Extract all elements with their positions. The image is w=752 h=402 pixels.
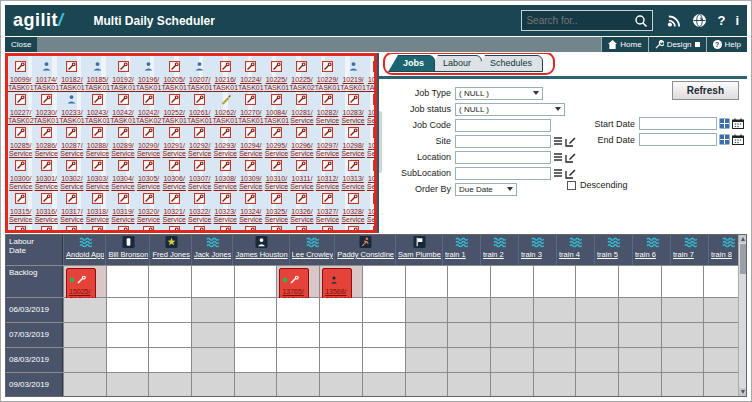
schedule-cell[interactable] [362,323,405,347]
task-item[interactable]: 10283/Service [340,90,366,123]
schedule-cell[interactable] [63,373,106,397]
schedule-cell[interactable] [234,298,277,322]
task-code-link[interactable]: 10205/ [163,76,184,84]
schedule-cell[interactable] [148,323,191,347]
task-item[interactable]: 10287/Service [59,123,85,156]
task-item[interactable]: 10317/Service [59,189,85,222]
task-item[interactable]: 10295/Service [264,123,290,156]
location-input[interactable] [455,151,551,164]
resource-name-link[interactable]: Jack Jones [194,250,232,259]
task-item[interactable]: 10227/TASK02 [8,90,34,123]
task-code-link[interactable]: 10315/ [10,208,31,216]
task-item[interactable]: 10285/Service [8,123,34,156]
task-item[interactable]: 10284/Service [366,90,377,123]
task-code-link[interactable]: 10298/ [342,142,363,150]
task-code-link[interactable]: 10289/ [112,142,133,150]
resource-name-link[interactable]: Sam Plumbe [398,250,441,259]
search-input[interactable] [526,15,634,26]
sublocation-input[interactable] [455,167,551,180]
sublocation-edit-icon[interactable] [565,168,576,179]
task-item[interactable]: 10182/TASK01 [59,57,85,90]
task-code-link[interactable]: 10325/ [266,208,287,216]
task-item[interactable]: 10207/TASK01 [187,57,213,90]
task-code-link[interactable]: 10324/ [240,208,261,216]
schedule-cell[interactable] [276,298,319,322]
end-date-input[interactable] [639,133,717,146]
info-icon[interactable]: i [735,13,739,28]
schedule-cell[interactable] [234,323,277,347]
schedule-cell[interactable] [319,298,362,322]
task-code-link[interactable]: 10262/ [215,109,236,117]
task-code-link[interactable]: 10291/ [163,142,184,150]
task-code-link[interactable]: 10320/ [138,208,159,216]
close-button[interactable]: Close [5,37,37,52]
task-item[interactable]: 10329/Service [366,189,377,222]
task-item[interactable]: 10290/Service [136,123,162,156]
schedule-cell[interactable] [106,373,149,397]
task-item[interactable]: 10303/Service [85,156,111,189]
task-item[interactable]: 10301/Service [34,156,60,189]
scroll-down-arrow[interactable] [739,388,747,396]
task-item[interactable]: 10282/Service [315,90,341,123]
task-item[interactable]: 10314/Service [366,156,377,189]
schedule-cell[interactable] [319,373,362,397]
resource-name-link[interactable]: Andoid App [66,250,104,259]
schedule-cell[interactable] [362,373,405,397]
schedule-cell[interactable] [362,348,405,372]
task-item[interactable]: 10300/Service [8,156,34,189]
task-item[interactable]: 10099/TASK01 [8,57,34,90]
start-date-calendar-icon[interactable] [732,118,744,129]
schedule-cell[interactable] [63,323,106,347]
task-item[interactable]: 10288/Service [85,123,111,156]
task-code-link[interactable]: 10182/ [61,76,82,84]
resource-name-link[interactable]: train 6 [635,250,656,259]
backlog-cell[interactable] [618,266,661,297]
task-code-link[interactable]: 10297/ [317,142,338,150]
task-code-link[interactable]: 10252/ [163,109,184,117]
chip-code-link[interactable]: 13765/ [282,288,307,296]
schedule-cell[interactable] [575,323,618,347]
schedule-cell[interactable] [191,323,234,347]
resource-name-link[interactable]: train 7 [673,250,694,259]
task-item[interactable]: 10289/Service [110,123,136,156]
task-code-link[interactable]: 10196/ [138,76,159,84]
schedule-cell[interactable] [618,348,661,372]
schedule-cell[interactable] [447,323,490,347]
task-item[interactable]: 10311/Service [289,156,315,189]
task-item[interactable]: 10242/TASK02 [136,90,162,123]
task-item[interactable]: 10227/TASK01 [366,57,377,90]
task-item[interactable]: 10316/Service [34,189,60,222]
task-item[interactable]: 10319/Service [110,189,136,222]
task-code-link[interactable]: 10286/ [36,142,57,150]
chip-code-link[interactable]: 13568/ [325,288,350,296]
job-status-select[interactable]: ( NULL ) [455,103,565,116]
schedule-cell[interactable] [405,298,448,322]
schedule-cell[interactable] [63,348,106,372]
task-item[interactable]: 10325/Service [264,189,290,222]
schedule-cell[interactable] [661,298,704,322]
task-item[interactable]: 10084/TASK01 [264,90,290,123]
task-code-link[interactable]: 10314/ [368,175,377,183]
task-code-link[interactable]: 10225/ [266,76,287,84]
task-item[interactable]: 10315/Service [8,189,34,222]
schedule-cell[interactable] [405,323,448,347]
task-code-link[interactable]: 10322/ [189,208,210,216]
design-button[interactable]: Design [648,37,706,52]
task-code-link[interactable]: 10329/ [368,208,377,216]
task-item[interactable]: 10292/Service [187,123,213,156]
schedule-cell[interactable] [575,373,618,397]
task-item[interactable]: 10286/Service [34,123,60,156]
site-input[interactable] [455,135,551,148]
task-item[interactable]: 10296/Service [289,123,315,156]
task-code-link[interactable]: 10292/ [189,142,210,150]
task-item[interactable]: 10322/Service [187,189,213,222]
order-by-select[interactable]: Due Date [455,183,517,196]
task-code-link[interactable]: 10099/ [10,76,31,84]
schedule-cell[interactable] [106,348,149,372]
schedule-cell[interactable] [533,348,576,372]
task-item[interactable]: 10225/TASK01 [264,57,290,90]
refresh-button[interactable]: Refresh [672,81,739,100]
resource-name-link[interactable]: train 2 [483,250,504,259]
task-code-link[interactable]: 10303/ [87,175,108,183]
task-item[interactable]: 10192/TASK01 [110,57,136,90]
